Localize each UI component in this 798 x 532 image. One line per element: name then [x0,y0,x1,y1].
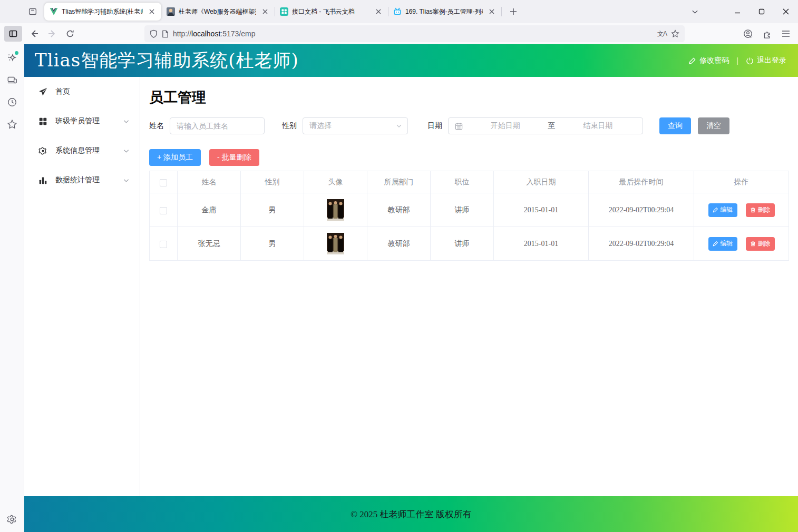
edit-button[interactable]: 编辑 [708,203,737,217]
gear-icon [7,514,17,525]
cell-entry-date: 2015-01-01 [494,227,589,261]
tab-close-icon[interactable] [260,6,270,17]
name-filter-input[interactable] [170,117,265,134]
cell-gender: 男 [241,227,304,261]
forward-button[interactable] [44,26,60,42]
ai-chat-button[interactable] [4,51,20,65]
chevron-down-icon [692,8,698,15]
nav-item-class-student[interactable]: 班级学员管理 [24,106,140,136]
browser-toolbar: http://localhost:5173/emp 文A [0,23,798,44]
select-all-checkbox[interactable] [160,179,167,186]
sidebar-toggle-button[interactable] [4,26,22,42]
devices-icon [7,75,17,85]
table-row: 张无忌 男 教研部 讲师 2015-01-01 2022-09-02T00:29… [150,227,789,261]
table-header-row: 姓名 性别 头像 所属部门 职位 入职日期 最后操作时间 操作 [150,171,789,193]
close-window-button[interactable] [774,0,798,23]
search-button[interactable]: 查询 [659,117,691,134]
tab-duteacher-video[interactable]: 杜老师《Web服务器端框架技术 [161,3,275,21]
cell-dept: 教研部 [367,227,431,261]
sidebar-settings-button[interactable] [4,512,20,527]
header-divider: | [736,56,738,65]
page-info-icon [162,30,169,38]
gender-select[interactable]: 请选择 [303,117,408,134]
tlias-app: Tlias智能学习辅助系统(杜老师) 修改密码 | 退出登录 首页 [24,44,798,532]
column-header-gender: 性别 [241,171,304,193]
pencil-icon [713,207,718,213]
new-tab-button[interactable] [505,4,521,19]
synced-tabs-button[interactable] [4,73,20,87]
feishu-docs-icon [280,7,288,16]
account-icon [743,29,753,38]
bookmark-star-icon[interactable] [671,29,679,38]
employee-avatar [327,233,344,254]
employee-avatar [327,199,344,221]
translate-icon[interactable]: 文A [657,29,667,38]
edit-button[interactable]: 编辑 [708,237,737,251]
tab-bilibili-video[interactable]: 169. Tlias案例-员工管理-列表查 [388,3,501,21]
nav-item-home[interactable]: 首页 [24,77,140,106]
chevron-down-icon [396,123,402,129]
sidebar-icon [9,29,17,38]
app-main: 员工管理 姓名 性别 请选择 日期 开始日期 [140,77,798,496]
trash-icon [750,207,756,213]
gender-filter-label: 性别 [282,121,297,131]
histogram-icon [38,176,47,185]
cell-update-time: 2022-09-02T00:29:04 [589,193,694,227]
chevron-down-icon [123,147,130,154]
vue-logo-icon [50,7,58,16]
back-button[interactable] [26,26,42,42]
column-header-operations: 操作 [694,171,789,193]
batch-delete-button[interactable]: - 批量删除 [209,149,259,166]
cell-name: 金庸 [178,193,241,227]
app-title: Tlias智能学习辅助系统(杜老师) [35,48,299,73]
logout-link[interactable]: 退出登录 [746,56,786,65]
browser-window: Tlias智能学习辅助系统(杜老师) 杜老师《Web服务器端框架技术 接口文档 … [0,0,798,532]
app-nav: 首页 班级学员管理 系统信息管理 数据统计管理 [24,77,140,496]
url-text: http://localhost:5173/emp [173,29,653,38]
nav-item-system-info[interactable]: 系统信息管理 [24,136,140,165]
tab-close-icon[interactable] [486,6,497,17]
firefox-view-button[interactable] [24,4,41,19]
nav-item-data-statistics[interactable]: 数据统计管理 [24,165,140,195]
cell-update-time: 2022-09-02T00:29:04 [589,227,694,261]
tab-close-icon[interactable] [147,6,157,17]
row-checkbox[interactable] [160,241,167,248]
calendar-icon [455,122,463,130]
delete-button[interactable]: 删除 [746,237,775,251]
grid-menu-icon [38,117,47,126]
url-bar[interactable]: http://localhost:5173/emp 文A [144,25,685,42]
clear-button[interactable]: 清空 [698,117,729,134]
change-password-link[interactable]: 修改密码 [688,56,729,65]
minimize-button[interactable] [725,0,750,23]
date-filter-label: 日期 [427,121,442,131]
cell-dept: 教研部 [367,193,431,227]
list-all-tabs-button[interactable] [686,4,703,19]
chevron-down-icon [123,177,130,184]
end-date-placeholder[interactable]: 结束日期 [560,121,637,131]
add-employee-button[interactable]: + 添加员工 [149,149,201,166]
start-date-placeholder[interactable]: 开始日期 [467,121,544,131]
tab-close-icon[interactable] [373,6,384,17]
tab-tlias[interactable]: Tlias智能学习辅助系统(杜老师) [44,3,161,21]
filter-bar: 姓名 性别 请选择 日期 开始日期 至 结束日期 [149,117,791,134]
tab-title: Tlias智能学习辅助系统(杜老师) [62,7,143,16]
clock-icon [7,97,17,107]
extensions-button[interactable] [759,26,775,42]
date-range-picker[interactable]: 开始日期 至 结束日期 [448,117,643,134]
star-icon [7,119,17,130]
row-checkbox[interactable] [160,207,167,214]
menu-button[interactable] [778,26,794,42]
notification-dot [15,51,18,55]
cell-entry-date: 2015-01-01 [494,193,589,227]
column-header-avatar: 头像 [304,171,367,193]
delete-button[interactable]: 删除 [746,203,775,217]
pencil-icon [688,57,696,65]
column-header-name: 姓名 [178,171,241,193]
maximize-button[interactable] [750,0,774,23]
bookmarks-button[interactable] [4,117,20,132]
history-button[interactable] [4,95,20,110]
hamburger-icon [782,30,790,37]
tab-feishu-docs[interactable]: 接口文档 - 飞书云文档 [275,3,388,21]
account-button[interactable] [740,26,756,42]
reload-button[interactable] [62,26,78,42]
